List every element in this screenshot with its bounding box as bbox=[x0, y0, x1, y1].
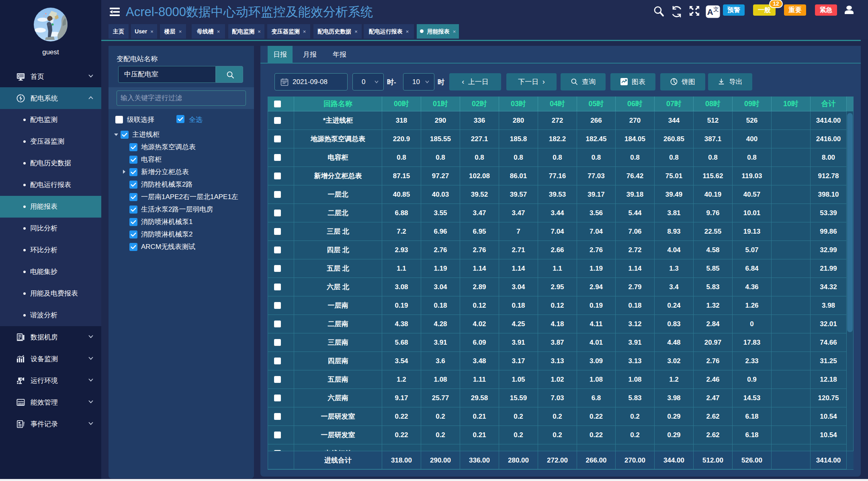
svg-text:文: 文 bbox=[713, 6, 719, 12]
svg-text:A: A bbox=[707, 7, 713, 16]
